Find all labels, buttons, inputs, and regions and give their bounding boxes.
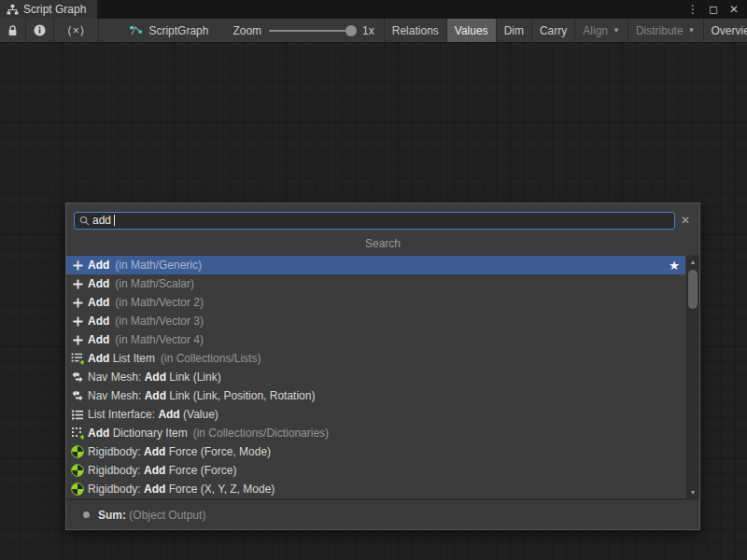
plus-icon [70,295,85,310]
list-item-label: List Interface: Add (Value) [88,408,218,421]
footer-port-name: Sum: [98,509,126,522]
scroll-down-icon[interactable]: ▼ [686,486,699,498]
scroll-up-icon[interactable]: ▲ [686,256,699,268]
plus-icon [70,314,85,329]
list-item[interactable]: Add Dictionary Item(in Collections/Dicti… [66,424,685,442]
list-item[interactable]: Add(in Math/Vector 4) [66,330,685,349]
list-item[interactable]: Nav Mesh: Add Link (Link) [66,368,685,386]
fuzzy-finder-popup: add ✕ Search Add(in Math/Generic)★Add(in… [65,203,700,530]
list-icon [70,407,85,422]
search-icon [79,216,90,226]
title-bar: Script Graph ⋮◻✕ [0,0,747,19]
toolbar-button-distribute[interactable]: Distribute▼ [627,19,703,42]
list-item[interactable]: Add(in Math/Vector 2) [66,293,685,312]
lock-button[interactable] [0,19,26,42]
search-value: add [92,214,111,227]
script-graph-icon [129,24,143,37]
rigidbody-icon [70,482,85,497]
list-item-label: Add(in Math/Generic) [88,259,202,272]
zoom-label: Zoom [233,24,261,37]
list-item-label: Add Dictionary Item(in Collections/Dicti… [88,427,329,440]
text-caret [114,215,115,226]
window-controls: ⋮◻✕ [684,0,747,19]
list-item[interactable]: Add(in Math/Generic)★ [66,256,685,274]
graph-breadcrumb[interactable]: ScriptGraph [120,19,218,42]
zoom-slider-handle[interactable] [345,25,357,36]
search-header: Search [66,233,699,256]
zoom-control: Zoom 1x [218,19,383,42]
code-preview-button[interactable]: ⟨×⟩ [54,19,99,42]
search-input[interactable]: add [74,212,675,230]
zoom-slider[interactable] [269,30,355,32]
navmesh-icon [70,388,85,403]
list-item-label: Add(in Math/Scalar) [88,277,194,290]
list-item[interactable]: Add(in Math/Vector 3) [66,312,685,330]
rigidbody-icon [70,463,85,478]
navmesh-icon [70,370,85,385]
scrollbar[interactable]: ▲ ▼ [685,256,699,498]
plus-icon [70,276,85,291]
list-item-label: Add(in Math/Vector 4) [88,333,204,346]
tab-script-graph[interactable]: Script Graph [0,0,97,19]
toolbar-button-overview[interactable]: Overview [703,19,747,42]
list-item[interactable]: Nav Mesh: Add Link (Link, Position, Rota… [66,386,685,405]
search-row: add ✕ [66,203,699,233]
list-item-label: Add List Item(in Collections/Lists) [88,352,261,365]
toolbar-button-values[interactable]: Values [446,19,496,42]
list-item-label: Add(in Math/Vector 3) [88,315,204,328]
graph-toolbar: ⟨×⟩ ScriptGraph Zoom 1x RelationsValuesD… [0,19,747,43]
lock-icon [7,25,18,36]
list-item[interactable]: List Interface: Add (Value) [66,405,685,424]
toolbar-button-dim[interactable]: Dim [496,19,531,42]
info-icon [34,24,46,36]
plus-icon [70,332,85,347]
tab-title: Script Graph [23,3,86,16]
chevron-down-icon: ▼ [688,26,696,35]
toolbar-button-carry[interactable]: Carry [531,19,574,42]
inspect-button[interactable] [26,19,54,42]
result-preview-footer: Sum: (Object Output) [66,498,699,529]
list-item-label: Nav Mesh: Add Link (Link) [88,371,221,384]
list-item[interactable]: Rigidbody: Add Force (Force) [66,461,685,480]
list-item-label: Nav Mesh: Add Link (Link, Position, Rota… [88,389,315,402]
port-dot-icon [83,511,90,518]
rigidbody-icon [70,444,85,459]
zoom-value: 1x [362,24,374,37]
results-list: Add(in Math/Generic)★Add(in Math/Scalar)… [66,256,699,498]
kebab-menu-icon[interactable]: ⋮ [684,1,701,18]
toolbar-button-align[interactable]: Align▼ [574,19,627,42]
list-item-label: Rigidbody: Add Force (Force) [88,464,236,477]
close-popup-button[interactable]: ✕ [675,214,696,227]
favorite-star-icon[interactable]: ★ [669,259,680,273]
maximize-icon[interactable]: ◻ [705,1,722,18]
list-item-label: Rigidbody: Add Force (X, Y, Z, Mode) [88,483,275,496]
list-item[interactable]: Add(in Math/Scalar) [66,274,685,293]
dictionary-add-icon [70,426,85,441]
list-item[interactable]: Rigidbody: Add Force (Force, Mode) [66,442,685,461]
toolbar-buttons: RelationsValuesDimCarryAlign▼Distribute▼… [384,19,747,42]
list-item[interactable]: Add List Item(in Collections/Lists) [66,349,685,368]
list-item-label: Rigidbody: Add Force (Force, Mode) [88,445,271,458]
graph-hierarchy-icon [7,4,19,16]
scrollbar-thumb[interactable] [688,270,698,309]
plus-icon [70,258,85,273]
footer-port-type: (Object Output) [129,509,205,522]
toolbar-button-relations[interactable]: Relations [384,19,446,42]
graph-label: ScriptGraph [148,24,208,37]
chevron-down-icon: ▼ [613,26,620,35]
list-add-icon [70,351,85,366]
list-item[interactable]: Rigidbody: Add Force (X, Y, Z, Mode) [66,480,685,498]
list-item-label: Add(in Math/Vector 2) [88,296,204,309]
close-icon[interactable]: ✕ [726,1,742,18]
